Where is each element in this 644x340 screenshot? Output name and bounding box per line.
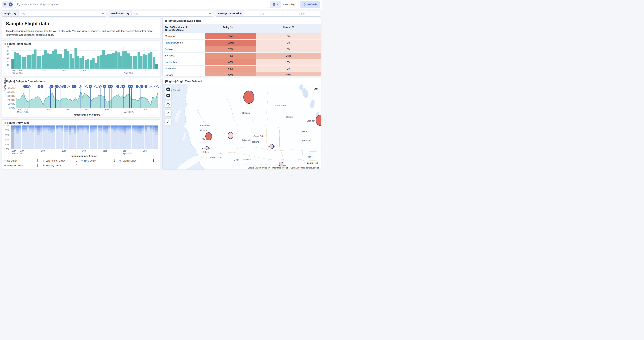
delay-type-bar[interactable] <box>32 126 34 149</box>
delay-type-bar[interactable] <box>124 126 126 149</box>
delay-type-bar[interactable] <box>48 126 50 149</box>
flight-count-bar[interactable] <box>19 55 22 69</box>
delay-type-bar[interactable] <box>90 126 92 149</box>
annotation-count-badge[interactable]: 2 <box>141 85 144 88</box>
delay-type-bar[interactable] <box>126 126 129 149</box>
delay-type-bar[interactable] <box>95 126 98 149</box>
annotation-warning-icon[interactable] <box>156 85 159 88</box>
flight-count-bar[interactable] <box>95 63 97 69</box>
city-cell[interactable]: Raleigh/Durham <box>162 40 206 46</box>
delay-type-bar[interactable] <box>155 126 158 149</box>
add-filter-button[interactable]: + <box>8 1 13 8</box>
delay-type-bar[interactable] <box>152 126 155 149</box>
flight-count-bar[interactable] <box>52 51 54 69</box>
delay-type-bar[interactable] <box>147 126 150 149</box>
delay-type-bar[interactable] <box>42 126 45 149</box>
flight-count-bar[interactable] <box>105 55 107 69</box>
crosshair-button[interactable] <box>165 101 171 107</box>
delay-type-bar[interactable] <box>37 126 40 149</box>
annotation-warning-icon[interactable] <box>28 85 31 88</box>
flight-count-bar[interactable] <box>14 52 16 69</box>
price-max-input[interactable]: 1200 <box>283 12 320 15</box>
flight-count-bar[interactable] <box>92 59 94 69</box>
delay-pct-cell[interactable]: 67% <box>206 59 256 65</box>
flight-count-bar[interactable] <box>135 56 137 69</box>
delay-type-bar[interactable] <box>74 126 76 149</box>
delay-type-bar[interactable] <box>82 126 84 149</box>
legend-actions-icon[interactable] <box>76 164 77 167</box>
legend-actions-icon[interactable] <box>114 159 115 162</box>
annotation-warning-icon[interactable] <box>67 85 70 88</box>
cancel-pct-cell[interactable]: 25% <box>256 53 321 59</box>
origin-city-select[interactable]: Origin City Any <box>2 10 106 17</box>
refresh-button[interactable]: Refresh <box>300 1 320 8</box>
annotation-warning-icon[interactable] <box>99 85 102 88</box>
flight-count-bar[interactable] <box>122 51 125 69</box>
flight-count-bar[interactable] <box>77 56 79 69</box>
delay-type-bar[interactable] <box>142 126 144 149</box>
annotation-count-badge[interactable]: 2 <box>50 85 54 88</box>
flight-count-bar[interactable] <box>24 57 26 69</box>
flight-count-bar[interactable] <box>143 54 145 69</box>
delay-type-bar[interactable] <box>79 126 82 149</box>
delay-type-bar[interactable] <box>22 126 24 149</box>
origin-delay-bubble[interactable] <box>228 132 234 139</box>
flight-count-bar[interactable] <box>152 57 155 69</box>
expand-button[interactable] <box>165 110 171 116</box>
search-input[interactable] <box>22 3 266 6</box>
legend-item[interactable]: Security Delay <box>43 164 81 167</box>
legend-item[interactable]: Carrier Delay <box>120 159 158 162</box>
flight-count-bar[interactable] <box>60 54 62 69</box>
delay-type-bar[interactable] <box>29 126 32 149</box>
delay-type-bar[interactable] <box>105 126 108 149</box>
cancel-pct-cell[interactable]: 0% <box>256 46 321 52</box>
legend-actions-icon[interactable] <box>76 159 77 162</box>
flight-count-bar[interactable] <box>115 51 117 69</box>
annotation-count-badge[interactable]: 2 <box>103 85 106 88</box>
delay-type-bar[interactable] <box>111 126 113 149</box>
flight-count-bar[interactable] <box>132 56 135 69</box>
delay-type-bar[interactable] <box>66 126 68 149</box>
delay-type-bar[interactable] <box>98 126 100 149</box>
flight-count-bar[interactable] <box>150 52 152 69</box>
flight-count-chart[interactable]: 0102030405060 <box>11 47 158 69</box>
flight-count-bar[interactable] <box>57 54 59 69</box>
origin-delay-bubble[interactable] <box>243 91 254 104</box>
delay-type-bar[interactable] <box>27 126 29 149</box>
kql-search-bar[interactable] <box>15 1 268 8</box>
legend-item[interactable]: NAS Delay <box>81 159 120 162</box>
delay-type-bar[interactable] <box>16 126 19 149</box>
flight-count-bar[interactable] <box>118 53 120 69</box>
cancel-pct-cell[interactable]: 17% <box>256 72 321 76</box>
delay-type-bar[interactable] <box>103 126 105 149</box>
delay-type-bar[interactable] <box>84 126 87 149</box>
price-min-input[interactable]: 101 <box>244 12 281 15</box>
flight-count-bar[interactable] <box>145 55 148 69</box>
flight-count-bar[interactable] <box>67 51 69 69</box>
delay-type-bar[interactable] <box>145 126 147 149</box>
flight-count-bar[interactable] <box>128 54 130 69</box>
flight-count-bar[interactable] <box>16 53 19 69</box>
delay-type-bar[interactable] <box>35 126 37 149</box>
flight-count-bar[interactable] <box>100 55 102 69</box>
delay-type-bar[interactable] <box>50 126 53 149</box>
flight-count-bar[interactable] <box>42 55 44 69</box>
delay-type-bar[interactable] <box>19 126 22 149</box>
flight-count-bar[interactable] <box>87 59 90 69</box>
flight-count-bar[interactable] <box>155 64 158 69</box>
delay-type-bar[interactable] <box>69 126 71 149</box>
city-cell[interactable]: Rochester <box>162 66 206 72</box>
attribution-link[interactable]: Elastic Maps Service <box>248 167 267 169</box>
delay-pct-cell[interactable]: 100% <box>206 33 256 39</box>
annotation-count-badge[interactable]: 2 <box>145 85 148 88</box>
delay-type-bar[interactable] <box>24 126 27 149</box>
city-cell[interactable]: Memphis <box>162 33 206 39</box>
origin-delay-bubble[interactable] <box>206 132 212 140</box>
flight-count-bar[interactable] <box>148 54 150 69</box>
delay-type-bar[interactable] <box>87 126 90 149</box>
annotation-warning-icon[interactable] <box>150 85 152 88</box>
flight-count-bar[interactable] <box>49 54 52 69</box>
delay-type-bar[interactable] <box>77 126 79 149</box>
column-header-cancel[interactable]: Cancel % <box>256 24 321 33</box>
flight-count-bar[interactable] <box>39 56 42 69</box>
